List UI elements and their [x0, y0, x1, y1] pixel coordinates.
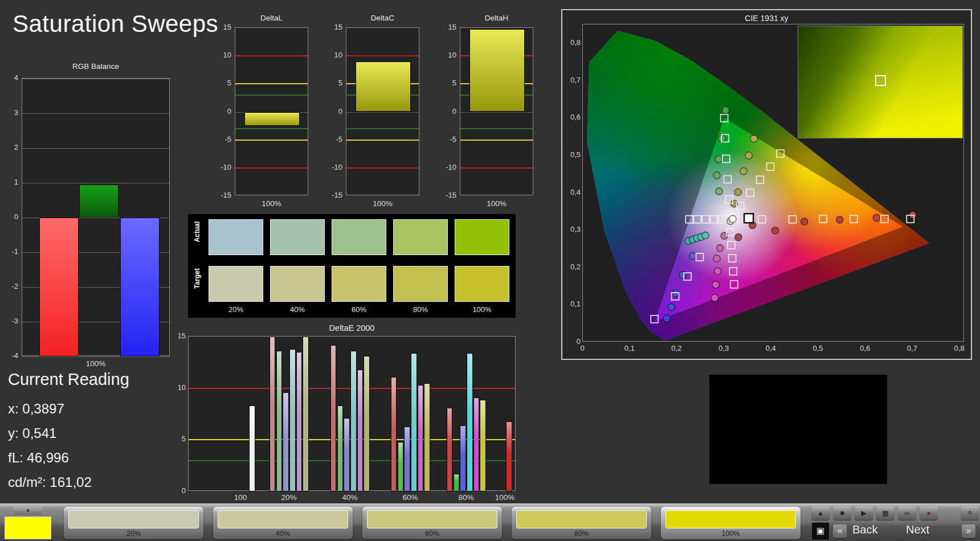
measurement-dot	[873, 214, 880, 221]
deltae-x-label: 20%	[272, 493, 306, 502]
deltae-bar	[467, 353, 473, 491]
target-swatch-60%	[332, 266, 386, 302]
delta-x-label: 100%	[346, 199, 419, 208]
rgb-balance-title: RGB Balance	[22, 62, 170, 71]
deltae-y-tick: 15	[171, 331, 186, 340]
deltae-title: DeltaE 2000	[188, 323, 516, 333]
swatch-col-label: 80%	[393, 305, 448, 314]
measurement-dot	[801, 218, 807, 225]
eject-button[interactable]: ▲	[811, 506, 830, 520]
pattern-button-80%[interactable]: 80%	[512, 507, 651, 539]
measurement-dot	[689, 252, 696, 259]
pattern-icon: ▦	[876, 506, 895, 520]
cie-x-tick: 0,6	[854, 344, 876, 353]
measurement-dot	[716, 188, 722, 195]
swatch-col-label: 60%	[332, 305, 386, 314]
delta-y-tick: 0	[325, 107, 342, 116]
limit-line	[235, 140, 308, 141]
rgb-gridline	[22, 113, 169, 114]
deltae-bar	[398, 442, 404, 491]
cie-y-tick: 0,2	[564, 263, 581, 271]
deltae-plot	[188, 336, 516, 491]
back-chevron-button[interactable]: «	[833, 524, 847, 538]
measurement-dot	[713, 172, 720, 179]
next-chevron-button[interactable]: »	[962, 524, 975, 538]
limit-line	[235, 128, 308, 129]
delta-y-tick: 15	[325, 23, 342, 31]
delta-y-tick: 15	[214, 23, 231, 31]
deltae-x-label: 60%	[393, 493, 427, 502]
cie-y-tick: 0,3	[564, 225, 581, 233]
pattern-swatch	[367, 510, 497, 528]
reading-y: y: 0,541	[8, 425, 56, 441]
delta-y-tick: -10	[325, 163, 342, 171]
delta-y-tick: -15	[439, 191, 456, 199]
display-mode-icon: ▣	[816, 526, 824, 535]
page-title: Saturation Sweeps	[13, 10, 218, 38]
limit-line	[460, 140, 533, 141]
measurement-dot	[734, 188, 741, 195]
delta-y-tick: 5	[325, 79, 342, 87]
delta-chart-title: DeltaH	[460, 14, 533, 22]
deltae-bar	[506, 421, 512, 491]
deltae-x-label: 80%	[449, 493, 483, 502]
cie-y-tick: 0,8	[564, 38, 581, 47]
cie-x-tick: 0,7	[901, 344, 924, 353]
delta-y-tick: 5	[214, 79, 231, 87]
play-button[interactable]: ▶	[855, 506, 873, 520]
cie-y-tick: 0,6	[564, 113, 581, 121]
pattern-button[interactable]: ▦	[876, 506, 895, 520]
pattern-button-20%[interactable]: 20%	[64, 507, 203, 539]
delta-gridline	[460, 112, 533, 113]
cie-y-tick: 0,1	[564, 300, 581, 308]
rgb-gridline	[22, 79, 169, 79]
limit-line	[235, 167, 308, 169]
rgb-y-tick: 1	[0, 178, 18, 186]
limit-line	[460, 167, 533, 169]
measurement-dot	[745, 152, 752, 159]
loop-button[interactable]: ∞	[898, 506, 916, 520]
display-mode-button[interactable]: ▣	[811, 522, 830, 540]
delta-chart-title: DeltaC	[346, 14, 419, 22]
pattern-button-100%[interactable]: 100%	[661, 507, 801, 539]
deltae-bar	[350, 351, 357, 491]
rgb-balance-chart: RGB Balance 100% 43210-1-2-3-4	[0, 60, 178, 376]
next-button[interactable]: Next	[906, 523, 929, 536]
actual-swatch-40%	[270, 219, 325, 255]
deltae-bar	[447, 408, 453, 491]
pattern-swatch	[68, 510, 199, 528]
bottom-toolbar: ▲ 20%40%60%80%100% ▲■▶▦∞●˄ ▣ « Back Next…	[0, 503, 980, 541]
limit-line	[460, 128, 533, 129]
back-button[interactable]: Back	[852, 523, 877, 536]
delta-y-tick: 0	[439, 107, 456, 116]
measurement-dot	[711, 294, 718, 301]
pattern-swatch	[665, 510, 796, 528]
swatch-col-label: 20%	[209, 305, 263, 314]
measurement-dot	[715, 155, 722, 162]
rgb-bar-green	[79, 185, 119, 218]
measurement-dot	[722, 106, 729, 113]
chevron-left-icon: «	[838, 526, 843, 535]
rgb-balance-plot	[22, 78, 170, 356]
measurement-dot	[716, 244, 723, 251]
collapse-button[interactable]: ˄	[961, 506, 979, 520]
cie-x-tick: 0,3	[712, 344, 735, 353]
record-icon: ●	[920, 506, 938, 520]
measurement-dot	[740, 167, 747, 174]
deltae-bar	[357, 370, 364, 491]
pattern-button-40%[interactable]: 40%	[213, 507, 353, 539]
measurement-dot	[735, 233, 742, 240]
delta-y-tick: 10	[214, 51, 231, 59]
pattern-button-60%[interactable]: 60%	[362, 507, 502, 539]
rgb-y-tick: 3	[0, 108, 18, 117]
delta-charts: DeltaL151050-5-10-15100%DeltaC151050-5-1…	[211, 11, 553, 212]
rgb-bar-blue	[120, 218, 160, 356]
pattern-button-label: 20%	[64, 530, 203, 538]
measurement-dot	[771, 227, 778, 234]
stop-button[interactable]: ■	[833, 506, 851, 520]
rgb-bar-red	[39, 218, 79, 356]
cie-y-tick: 0,5	[564, 150, 581, 159]
deltae-bar	[344, 418, 350, 491]
eject-icon[interactable]: ▲	[14, 506, 42, 515]
record-button[interactable]: ●	[920, 506, 938, 520]
